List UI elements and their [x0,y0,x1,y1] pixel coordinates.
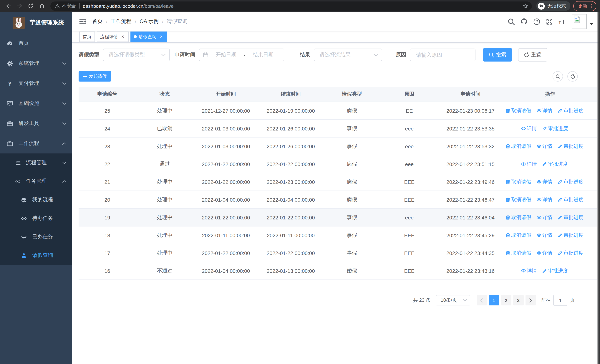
page-button[interactable]: 1 [489,295,499,305]
github-icon[interactable] [520,18,528,25]
view-icon [521,268,526,273]
hamburger-icon[interactable] [79,19,86,24]
browser-home-button[interactable] [37,1,47,11]
font-size-icon[interactable]: TT [559,19,567,24]
browser-reload-button[interactable] [26,1,36,11]
sidebar-item-task-management[interactable]: 任务管理 [0,172,72,191]
caret-down-icon[interactable] [590,23,593,25]
update-button[interactable]: 更新 [573,1,596,11]
page-button[interactable]: 3 [513,295,524,305]
sidebar-item-todo-tasks[interactable]: 待办任务 [0,209,72,228]
toggle-search-button[interactable] [553,71,563,82]
sidebar-item-infrastructure[interactable]: 基础设施 [0,93,72,113]
sidebar-item-label: 流程管理 [26,159,47,166]
cancel-leave-link[interactable]: 取消请假 [505,214,531,221]
progress-link[interactable]: 审批进度 [542,125,568,132]
bookmark-star-icon[interactable] [523,3,528,9]
breadcrumb-item[interactable]: 首页 [92,18,103,25]
incognito-badge[interactable]: 无痕模式 [536,1,570,11]
detail-link[interactable]: 详情 [521,161,537,167]
leave-type-select[interactable]: 请选择请假类型 [103,48,170,61]
reset-button[interactable]: 重置 [518,48,547,62]
progress-link[interactable]: 审批进度 [542,267,568,274]
create-leave-button[interactable]: 发起请假 [79,71,111,82]
gear-icon [7,60,13,66]
refresh-icon [524,52,529,57]
tab-label: 请假查询 [139,34,156,40]
detail-link[interactable]: 详情 [536,196,552,203]
cancel-leave-link[interactable]: 取消请假 [505,107,531,114]
cell-start-time: 2022-01-04 00:00:00 [193,262,258,280]
apply-time-range-picker[interactable]: 开始日期 - 结束日期 [199,48,284,61]
cancel-leave-link[interactable]: 取消请假 [505,143,531,149]
search-icon[interactable] [508,18,515,25]
result-placeholder: 请选择流结果 [319,52,351,58]
goto-page-input[interactable] [553,295,567,306]
column-header: 原因 [381,87,438,102]
action-label: 详情 [527,125,537,132]
progress-link[interactable]: 审批进度 [558,143,583,149]
edit-icon [542,162,547,167]
result-select[interactable]: 请选择流结果 [314,48,382,61]
action-label: 详情 [542,196,552,203]
action-label: 取消请假 [511,143,531,149]
address-bar[interactable]: 不安全 dashboard.yudao.iocoder.cn/bpm/oa/le… [50,1,532,10]
breadcrumb-item[interactable]: OA 示例 [140,18,159,25]
next-page-button[interactable] [525,295,536,305]
sidebar-item-done-tasks[interactable]: 已办任务 [0,228,72,246]
close-icon[interactable]: × [120,34,125,39]
sidebar-item-leave-query[interactable]: 请假查询 [0,246,72,265]
sidebar-item-my-process[interactable]: 我的流程 [0,191,72,209]
app-logo[interactable]: 芋道管理系统 [0,12,72,33]
detail-link[interactable]: 详情 [521,125,537,132]
sidebar-item-home[interactable]: 首页 [0,33,72,53]
sidebar-item-workflow[interactable]: 工作流程 [0,133,72,153]
fullscreen-icon[interactable] [546,18,553,25]
detail-link[interactable]: 详情 [536,178,552,185]
cell-actions: 取消请假详情审批进度 [503,173,597,191]
progress-link[interactable]: 审批进度 [542,161,568,167]
action-label: 审批进度 [563,107,583,114]
sidebar-item-devtools[interactable]: 研发工具 [0,113,72,133]
prev-page-button[interactable] [476,295,487,305]
browser-back-button[interactable] [4,1,13,11]
help-icon[interactable] [533,18,540,25]
page-button[interactable]: 2 [501,295,511,305]
search-button[interactable]: 搜索 [483,48,512,62]
page-size-select[interactable]: 10条/页 [436,295,470,305]
cancel-leave-link[interactable]: 取消请假 [505,250,531,256]
reason-input[interactable] [415,52,470,58]
progress-link[interactable]: 审批进度 [558,214,583,221]
detail-link[interactable]: 详情 [536,143,552,149]
progress-link[interactable]: 审批进度 [558,232,583,239]
sidebar-item-payment[interactable]: ¥支付管理 [0,73,72,93]
breadcrumb-item[interactable]: 工作流程 [111,18,131,25]
detail-link[interactable]: 详情 [521,267,537,274]
progress-link[interactable]: 审批进度 [558,250,583,256]
edit-icon [558,144,562,149]
detail-link[interactable]: 详情 [536,250,552,256]
tab-home[interactable]: 首页 [79,31,95,42]
breadcrumb-separator: / [162,19,163,24]
sidebar-item-system[interactable]: 系统管理 [0,53,72,73]
tab-leave-query[interactable]: 请假查询× [131,31,167,42]
avatar[interactable] [572,14,587,29]
detail-link[interactable]: 详情 [536,232,552,239]
cancel-leave-link[interactable]: 取消请假 [505,178,531,185]
cell-status: 处理中 [136,226,193,244]
tab-process-detail[interactable]: 流程详情× [97,31,129,42]
cell-status: 不通过 [136,262,193,280]
progress-link[interactable]: 审批进度 [558,196,583,203]
close-icon[interactable]: × [159,34,164,39]
progress-link[interactable]: 审批进度 [558,178,583,185]
browser-forward-button[interactable] [15,1,24,11]
cancel-leave-link[interactable]: 取消请假 [505,232,531,239]
progress-link[interactable]: 审批进度 [558,107,583,114]
refresh-table-button[interactable] [567,71,578,82]
detail-link[interactable]: 详情 [536,214,552,221]
menu-dots-icon[interactable] [591,3,593,8]
sidebar-item-process-management[interactable]: 流程管理 [0,153,72,172]
cancel-leave-link[interactable]: 取消请假 [505,196,531,203]
detail-link[interactable]: 详情 [536,107,552,114]
table-toolbar: 发起请假 [79,71,597,82]
